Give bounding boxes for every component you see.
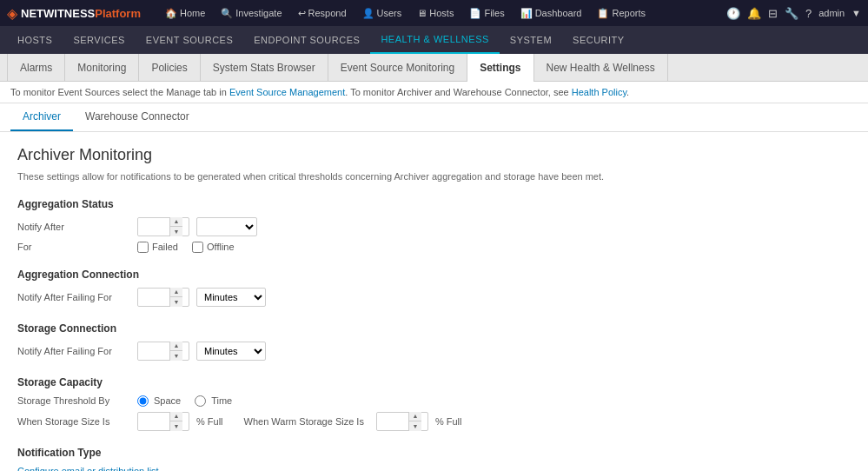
percent-full-label-1: % Full [196,416,223,427]
warm-storage-size-arrows: ▲ ▼ [408,412,421,431]
aggregation-status-title: Aggregation Status [17,198,851,210]
help-icon[interactable]: ? [805,7,812,20]
storage-connection-input[interactable] [138,342,169,360]
for-label: For [17,242,130,252]
notify-after-down-arrow[interactable]: ▼ [170,227,182,236]
tab-event-source-monitoring[interactable]: Event Source Monitoring [328,54,467,82]
offline-checkbox[interactable] [192,242,203,253]
logo: ◈ NETWITNESS Platform [7,5,141,22]
warm-storage-size-spinner[interactable]: ▲ ▼ [376,412,428,431]
tab-settings[interactable]: Settings [467,54,533,82]
notify-after-up-arrow[interactable]: ▲ [170,217,182,227]
agg-connection-input[interactable] [138,289,169,306]
storage-connection-unit-select[interactable]: Minutes [196,342,266,361]
tab-policies[interactable]: Policies [139,54,200,82]
stor-notify-after-failing-label: Notify After Failing For [17,346,130,356]
event-source-management-link[interactable]: Event Source Management [229,87,345,97]
wrench-icon[interactable]: 🔧 [785,7,798,20]
agg-connection-down-arrow[interactable]: ▼ [170,297,182,307]
top-nav-right: 🕐 🔔 ⊟ 🔧 ? admin ▼ [726,7,861,20]
sub-tab-bar: Archiver Warehouse Connector [0,103,868,132]
when-storage-size-label: When Storage Size Is [17,416,130,427]
percent-full-label-2: % Full [435,416,462,427]
notification-type-title: Notification Type [17,447,851,459]
agg-connection-arrows: ▲ ▼ [169,288,182,307]
space-radio[interactable] [137,395,149,407]
notify-after-label: Notify After [17,222,130,232]
storage-connection-up-arrow[interactable]: ▲ [170,342,182,351]
storage-size-input[interactable] [138,413,169,430]
time-label: Time [211,395,232,406]
storage-connection-spinner[interactable]: ▲ ▼ [137,342,189,361]
admin-dropdown-icon[interactable]: ▼ [851,8,861,18]
sec-nav: HOSTS SERVICES EVENT SOURCES ENDPOINT SO… [0,26,868,54]
agg-connection-spinner[interactable]: ▲ ▼ [137,288,189,307]
section-description: These settings allow for notifications t… [17,169,851,184]
nav-investigate[interactable]: 🔍 Investigate [214,0,288,26]
for-row: For Failed Offline [17,242,851,253]
notify-after-input[interactable] [138,218,169,236]
storage-threshold-row: Storage Threshold By Space Time [17,395,851,407]
failed-checkbox[interactable] [137,242,149,253]
nav-hosts[interactable]: 🖥 Hosts [410,0,461,26]
bell-icon[interactable]: 🔔 [747,7,761,20]
warm-storage-size-input[interactable] [377,413,408,430]
sec-nav-event-sources[interactable]: EVENT SOURCES [136,26,243,54]
warm-storage-up-arrow[interactable]: ▲ [409,412,421,421]
storage-size-arrows: ▲ ▼ [169,412,182,431]
nav-home[interactable]: 🏠 Home [158,0,212,26]
notification-type-group: Notification Type Configure email or dis… [17,447,851,472]
sec-nav-health-wellness[interactable]: HEALTH & WELLNESS [370,26,499,54]
notify-after-spinner[interactable]: ▲ ▼ [137,217,189,236]
space-label: Space [154,395,181,406]
info-text-2: . To monitor Archiver and Warehouse Conn… [345,87,571,97]
failed-label: Failed [152,242,178,252]
space-radio-group: Space [137,395,181,407]
storage-capacity-title: Storage Capacity [17,376,851,388]
logo-platform: Platform [95,7,141,20]
storage-connection-group: Storage Connection Notify After Failing … [17,322,851,361]
main-content: Archiver Monitoring These settings allow… [0,132,868,471]
clock-icon[interactable]: 🕐 [726,7,740,20]
info-bar: To monitor Event Sources select the Mana… [0,82,868,103]
notify-after-arrows: ▲ ▼ [169,217,182,236]
storage-size-up-arrow[interactable]: ▲ [170,412,182,421]
agg-connection-up-arrow[interactable]: ▲ [170,288,182,297]
logo-netwitness: NETWITNESS [21,7,95,20]
storage-size-spinner[interactable]: ▲ ▼ [137,412,189,431]
storage-size-down-arrow[interactable]: ▼ [170,421,182,431]
health-policy-link[interactable]: Health Policy [572,87,626,97]
sub-tab-warehouse-connector[interactable]: Warehouse Connector [73,103,202,131]
sec-nav-endpoint-sources[interactable]: ENDPOINT SOURCES [243,26,370,54]
storage-threshold-label: Storage Threshold By [17,395,130,406]
tab-monitoring[interactable]: Monitoring [65,54,139,82]
notify-after-row: Notify After ▲ ▼ MinutesHours [17,217,851,236]
storage-connection-down-arrow[interactable]: ▼ [170,351,182,361]
agg-connection-unit-select[interactable]: Minutes [196,288,266,307]
agg-notify-after-failing-row: Notify After Failing For ▲ ▼ Minutes [17,288,851,307]
nav-respond[interactable]: ↩ Respond [291,0,354,26]
sec-nav-services[interactable]: SERVICES [63,26,135,54]
nav-dashboard[interactable]: 📊 Dashboard [514,0,589,26]
warm-storage-down-arrow[interactable]: ▼ [409,421,421,431]
tab-system-stats-browser[interactable]: System Stats Browser [201,54,328,82]
sec-nav-security[interactable]: SECURITY [562,26,635,54]
nav-reports[interactable]: 📋 Reports [590,0,653,26]
stor-notify-after-failing-row: Notify After Failing For ▲ ▼ Minutes [17,342,851,361]
tab-new-health-wellness[interactable]: New Health & Wellness [534,54,668,82]
nav-users[interactable]: 👤 Users [355,0,409,26]
configure-email-link[interactable]: Configure email or distribution list. [17,466,162,472]
sec-nav-hosts[interactable]: HOSTS [7,26,63,54]
tab-bar: Alarms Monitoring Policies System Stats … [0,54,868,82]
tab-alarms[interactable]: Alarms [7,54,65,82]
configure-email-link-row: Configure email or distribution list. [17,466,851,472]
nav-files[interactable]: 📄 Files [462,0,511,26]
notify-after-unit-select[interactable]: MinutesHours [196,217,257,236]
time-radio[interactable] [195,395,206,407]
sec-nav-system[interactable]: SYSTEM [500,26,562,54]
storage-capacity-group: Storage Capacity Storage Threshold By Sp… [17,376,851,431]
menu-icon[interactable]: ⊟ [768,7,778,20]
failed-checkbox-group: Failed [137,242,178,253]
storage-connection-arrows: ▲ ▼ [169,342,182,361]
sub-tab-archiver[interactable]: Archiver [10,103,73,131]
